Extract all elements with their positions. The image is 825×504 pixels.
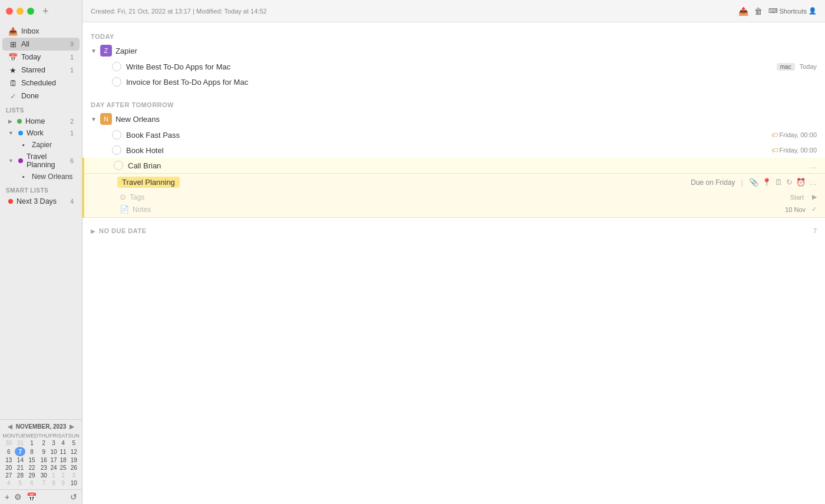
sidebar-item-travel-planning[interactable]: ▼ Travel Planning 6	[2, 151, 80, 171]
task-detail-name: Travel Planning	[117, 177, 180, 188]
calendar-day[interactable]: 14	[15, 456, 25, 464]
calendar-day[interactable]: 9	[58, 479, 68, 487]
inbox-icon: 📥	[8, 26, 18, 36]
calendar-day[interactable]: 11	[58, 447, 68, 456]
calendar-day[interactable]: 24	[50, 464, 58, 472]
new-orleans-chevron-icon: ▼	[91, 116, 97, 122]
calendar-day[interactable]: 31	[15, 439, 25, 447]
calendar-prev-button[interactable]: ◀	[6, 423, 14, 430]
shortcuts-button[interactable]: ⌨ Shortcuts 👤	[768, 7, 817, 15]
sidebar-item-new-orleans[interactable]: ▪ New Orleans	[2, 171, 80, 183]
calendar-day[interactable]: 1	[25, 439, 38, 447]
calendar-day[interactable]: 16	[38, 456, 50, 464]
calendar-day[interactable]: 20	[2, 464, 15, 472]
task-tags-row[interactable]: ⊙ Tags Start ▶	[84, 191, 825, 203]
calendar-next-button[interactable]: ▶	[68, 423, 75, 430]
calendar-day[interactable]: 7	[38, 479, 50, 487]
calendar-day[interactable]: 4	[2, 479, 15, 487]
task-call-brian-checkbox[interactable]	[114, 161, 123, 170]
task-fast-pass-checkbox[interactable]	[112, 130, 121, 140]
calendar-day[interactable]: 7	[15, 447, 25, 456]
travel-color-dot	[18, 158, 23, 163]
calendar-day[interactable]: 12	[68, 447, 80, 456]
new-tab-button[interactable]: +	[38, 0, 54, 22]
sidebar-item-work[interactable]: ▼ Work 1	[2, 127, 80, 139]
sidebar-item-starred[interactable]: ★ Starred 1	[2, 64, 80, 77]
calendar-day[interactable]: 21	[15, 464, 25, 472]
task-write-todo-checkbox[interactable]	[112, 62, 121, 71]
calendar-day[interactable]: 4	[58, 439, 68, 447]
calendar-day[interactable]: 5	[15, 479, 25, 487]
refresh-icon[interactable]: ↺	[70, 492, 77, 502]
calendar-day[interactable]: 10	[68, 479, 80, 487]
settings-icon[interactable]: ⚙	[14, 492, 22, 502]
calendar-day[interactable]: 9	[38, 447, 50, 456]
sidebar-item-home[interactable]: ▶ Home 2	[2, 115, 80, 127]
sidebar-item-done[interactable]: ✓ Done	[2, 89, 80, 102]
minimize-button[interactable]	[16, 8, 24, 15]
calendar-day[interactable]: 10	[50, 447, 58, 456]
calendar-day[interactable]: 5	[68, 439, 80, 447]
calendar-day[interactable]: 17	[50, 456, 58, 464]
calendar-day[interactable]: 2	[38, 439, 50, 447]
task-call-brian[interactable]: Call Brian …	[84, 158, 825, 173]
detail-alarm-icon[interactable]: ⏰	[796, 178, 806, 187]
calendar-day[interactable]: 8	[50, 479, 58, 487]
calendar-day[interactable]: 13	[2, 456, 15, 464]
task-notes-row[interactable]: 📄 Notes 10 Nov ✓	[84, 203, 825, 217]
calendar-day[interactable]: 26	[68, 464, 80, 472]
start-arrow-icon[interactable]: ▶	[812, 193, 817, 201]
calendar-day[interactable]: 29	[25, 472, 38, 479]
calendar-day[interactable]: 28	[15, 472, 25, 479]
calendar-day[interactable]: 30	[38, 472, 50, 479]
task-book-fast-pass[interactable]: Book Fast Pass 🏷 Friday, 00:00	[82, 127, 825, 142]
calendar-day[interactable]: 3	[50, 439, 58, 447]
new-orleans-group-icon: N	[100, 113, 112, 125]
sidebar-item-scheduled[interactable]: 🗓 Scheduled	[2, 77, 80, 89]
task-hotel-checkbox[interactable]	[112, 145, 121, 155]
detail-repeat-icon[interactable]: ↻	[786, 178, 793, 187]
zapier-group-header[interactable]: ▼ Z Zapier	[82, 42, 825, 59]
add-list-button[interactable]: +	[5, 492, 9, 502]
no-due-section[interactable]: ▶ NO DUE DATE 7	[82, 223, 825, 239]
task-invoice[interactable]: Invoice for Best To-Do Apps for Mac	[82, 74, 825, 89]
task-book-hotel[interactable]: Book Hotel 🏷 Friday, 00:00	[82, 142, 825, 158]
calendar-day[interactable]: 3	[68, 472, 80, 479]
calendar-day[interactable]: 6	[25, 479, 38, 487]
sidebar-item-today[interactable]: 📅 Today 1	[2, 51, 80, 64]
calendar-day[interactable]: 27	[2, 472, 15, 479]
detail-pin-icon[interactable]: 📍	[762, 178, 771, 187]
work-chevron-icon: ▼	[8, 130, 14, 136]
sidebar-item-next3days[interactable]: Next 3 Days 4	[2, 195, 80, 207]
calendar-header: ◀ NOVEMBER, 2023 ▶	[2, 423, 80, 430]
new-orleans-group-header[interactable]: ▼ N New Orleans	[82, 111, 825, 127]
calendar-day[interactable]: 30	[2, 439, 15, 447]
calendar-day[interactable]: 18	[58, 456, 68, 464]
sidebar-item-zapier[interactable]: ▪ Zapier	[2, 139, 80, 151]
detail-more-icon[interactable]: …	[809, 178, 817, 187]
calendar-day[interactable]: 22	[25, 464, 38, 472]
calendar-day[interactable]: 23	[38, 464, 50, 472]
calendar-day[interactable]: 1	[50, 472, 58, 479]
more-icon[interactable]: …	[809, 161, 817, 170]
close-button[interactable]	[6, 8, 13, 15]
upload-icon[interactable]: 📤	[738, 6, 748, 16]
calendar-day[interactable]: 25	[58, 464, 68, 472]
calendar-day[interactable]: 8	[25, 447, 38, 456]
detail-attach-icon[interactable]: 📎	[749, 178, 758, 187]
calendar-day[interactable]: 2	[58, 472, 68, 479]
zapier-group-icon: Z	[100, 45, 112, 57]
work-color-dot	[18, 131, 23, 135]
calendar-day[interactable]: 6	[2, 447, 15, 456]
calendar-day[interactable]: 19	[68, 456, 80, 464]
trash-icon[interactable]: 🗑	[754, 6, 763, 16]
task-write-todo[interactable]: Write Best To-Do Apps for Mac mac Today	[82, 59, 825, 74]
calendar-day[interactable]: 15	[25, 456, 38, 464]
detail-complete-icon[interactable]: ✓	[811, 205, 817, 213]
maximize-button[interactable]	[27, 8, 34, 15]
sidebar-item-all[interactable]: ⊞ All 9	[2, 38, 80, 51]
sidebar-item-inbox[interactable]: 📥 Inbox	[2, 25, 80, 38]
detail-cal-icon[interactable]: 🗓	[775, 178, 783, 187]
task-invoice-checkbox[interactable]	[112, 77, 121, 87]
calendar-icon[interactable]: 📅	[27, 492, 37, 502]
